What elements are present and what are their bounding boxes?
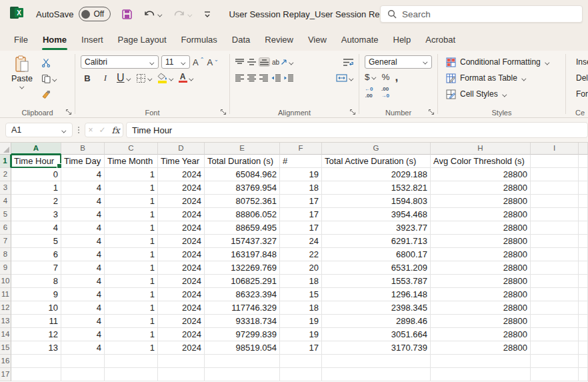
cell-A17[interactable] [11,368,61,381]
cell-B11[interactable]: 4 [61,288,105,301]
align-center-button[interactable] [247,74,257,82]
cell-F14[interactable]: 19 [280,328,322,341]
column-header-A[interactable]: A [11,143,61,155]
cell-C9[interactable]: 1 [105,261,158,275]
cell-C11[interactable]: 1 [105,288,158,301]
cell-E17[interactable] [205,368,280,381]
cell-D13[interactable]: 2024 [158,315,205,328]
formula-input[interactable]: Time Hour [126,122,588,138]
cell-J7[interactable] [579,235,588,248]
format-as-table-button[interactable]: Format as Table [439,70,564,86]
cell-J15[interactable] [579,341,588,355]
tab-acrobat[interactable]: Acrobat [418,29,463,50]
cell-A16[interactable] [11,355,61,368]
cell-A15[interactable]: 13 [11,341,61,355]
formula-bar-resize-handle[interactable] [74,127,83,133]
cell-C3[interactable]: 1 [105,181,158,195]
middle-align-button[interactable] [247,58,257,66]
tab-view[interactable]: View [301,29,334,50]
cell-B14[interactable]: 4 [61,328,105,341]
cell-H10[interactable]: 28800 [431,275,531,288]
cell-F1[interactable]: # [280,155,322,168]
bold-button[interactable]: B [81,71,94,85]
cell-H7[interactable]: 28800 [431,235,531,248]
cell-F5[interactable]: 17 [280,208,322,221]
cell-E1[interactable]: Total Duration (s) [205,155,280,168]
cell-F16[interactable] [280,355,322,368]
column-header-F[interactable]: F [280,143,322,155]
row-header-1[interactable]: 1 [0,155,11,168]
select-all-button[interactable] [0,143,11,155]
cell-J5[interactable] [579,208,588,221]
row-header-5[interactable]: 5 [0,208,11,221]
cell-J13[interactable] [579,315,588,328]
cell-C15[interactable]: 1 [105,341,158,355]
cell-H1[interactable]: Avg Color Threshold (s) [431,155,531,168]
cell-E4[interactable]: 80752.361 [205,195,280,208]
cell-B10[interactable]: 4 [61,275,105,288]
cell-B16[interactable] [61,355,105,368]
cell-E12[interactable]: 117746.329 [205,301,280,315]
cell-I7[interactable] [531,235,579,248]
cell-I15[interactable] [531,341,579,355]
copy-dropdown-icon[interactable] [53,77,57,81]
cell-B2[interactable]: 4 [61,168,105,181]
cell-C5[interactable]: 1 [105,208,158,221]
cell-J8[interactable] [579,248,588,261]
cell-F15[interactable]: 17 [280,341,322,355]
cell-A4[interactable]: 2 [11,195,61,208]
cell-J11[interactable] [579,288,588,301]
cell-A9[interactable]: 7 [11,261,61,275]
cell-D11[interactable]: 2024 [158,288,205,301]
column-header-C[interactable]: C [105,143,158,155]
fill-color-button[interactable] [157,73,174,83]
cell-G11[interactable]: 1296.148 [322,288,431,301]
conditional-formatting-button[interactable]: Conditional Formatting [439,54,564,70]
tab-help[interactable]: Help [386,29,419,50]
cell-J17[interactable] [579,368,588,381]
cell-C8[interactable]: 1 [105,248,158,261]
cell-C14[interactable]: 1 [105,328,158,341]
cell-A13[interactable]: 11 [11,315,61,328]
cell-H16[interactable] [431,355,531,368]
save-button[interactable] [121,9,133,20]
cell-D6[interactable]: 2024 [158,221,205,235]
cell-H12[interactable]: 28800 [431,301,531,315]
cell-H15[interactable]: 28800 [431,341,531,355]
decrease-decimal-button[interactable]: .00 →0 [381,87,389,99]
tab-file[interactable]: File [7,29,35,50]
row-header-14[interactable]: 14 [0,328,11,341]
cell-A5[interactable]: 3 [11,208,61,221]
cell-E6[interactable]: 88659.495 [205,221,280,235]
cell-D7[interactable]: 2024 [158,235,205,248]
cell-E7[interactable]: 157437.327 [205,235,280,248]
cell-E10[interactable]: 106825.291 [205,275,280,288]
cell-H2[interactable]: 28800 [431,168,531,181]
cell-C6[interactable]: 1 [105,221,158,235]
italic-button[interactable]: I [99,71,112,85]
cell-H11[interactable]: 28800 [431,288,531,301]
cell-I3[interactable] [531,181,579,195]
cell-F6[interactable]: 17 [280,221,322,235]
alignment-dialog-launcher[interactable] [349,108,357,116]
cell-A3[interactable]: 1 [11,181,61,195]
cell-C13[interactable]: 1 [105,315,158,328]
tab-insert[interactable]: Insert [74,29,111,50]
format-painter-button[interactable] [41,88,57,101]
increase-font-size-button[interactable]: A⌃ [193,57,204,67]
cell-H13[interactable]: 28800 [431,315,531,328]
cell-H3[interactable]: 28800 [431,181,531,195]
column-header-B[interactable]: B [61,143,105,155]
cell-C7[interactable]: 1 [105,235,158,248]
cell-E13[interactable]: 93318.734 [205,315,280,328]
cell-C17[interactable] [105,368,158,381]
cell-F8[interactable]: 22 [280,248,322,261]
cell-G1[interactable]: Total Active Duration (s) [322,155,431,168]
font-color-button[interactable]: A [179,73,194,83]
undo-button[interactable] [143,9,163,19]
cell-I5[interactable] [531,208,579,221]
row-header-2[interactable]: 2 [0,168,11,181]
undo-dropdown-icon[interactable] [158,12,163,16]
underline-button[interactable]: U [117,72,131,84]
cell-J16[interactable] [579,355,588,368]
